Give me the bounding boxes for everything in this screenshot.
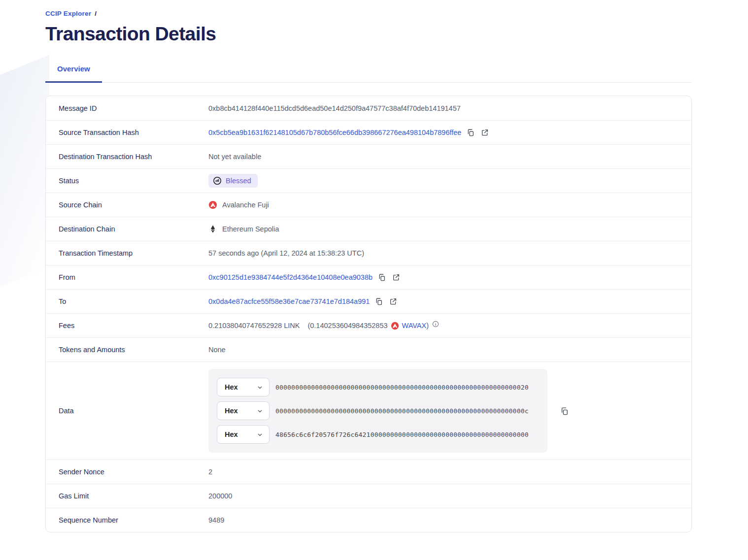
source-chain-value-wrap: Avalanche Fuji xyxy=(208,200,279,209)
dest-tx-hash-label: Destination Transaction Hash xyxy=(46,153,208,161)
row-from: From 0xc90125d1e9384744e5f2d4364e10408e0… xyxy=(46,265,691,289)
fees-amount: 0.21038040747652928 LINK xyxy=(208,322,300,329)
dest-chain-label: Destination Chain xyxy=(46,225,208,233)
tokens-amounts-value: None xyxy=(208,346,226,354)
row-gas-limit: Gas Limit 200000 xyxy=(46,484,691,508)
fees-converted: (0.140253604984352853 xyxy=(307,322,387,329)
row-source-chain: Source Chain Avalanche Fuji xyxy=(46,193,691,217)
status-badge-text: Blessed xyxy=(226,177,251,185)
data-format-select-value: Hex xyxy=(225,383,238,391)
data-label: Data xyxy=(46,407,208,415)
fees-token-wrap: WAVAX) xyxy=(402,322,429,329)
row-fees: Fees 0.21038040747652928 LINK (0.1402536… xyxy=(46,313,691,337)
dest-tx-hash-value-wrap: Not yet available xyxy=(208,153,271,161)
gas-limit-value: 200000 xyxy=(208,492,232,500)
row-message-id: Message ID 0xb8cb414128f440e115dcd5d6ead… xyxy=(46,96,691,120)
gas-limit-label: Gas Limit xyxy=(46,492,208,500)
breadcrumb-ccip-explorer-link[interactable]: CCIP Explorer xyxy=(45,10,91,17)
info-icon[interactable] xyxy=(432,321,439,328)
row-tokens-amounts: Tokens and Amounts None xyxy=(46,337,691,362)
sequence-number-label: Sequence Number xyxy=(46,516,208,524)
dest-chain-value: Ethereum Sepolia xyxy=(208,225,279,233)
source-chain-value: Avalanche Fuji xyxy=(208,200,269,209)
avalanche-icon xyxy=(208,200,217,209)
source-tx-hash-link[interactable]: 0x5cb5ea9b1631f62148105d67b780b56fce66db… xyxy=(208,129,461,136)
wavax-token-link[interactable]: WAVAX xyxy=(402,322,427,329)
row-to: To 0x0da4e87acfce55f58e36e7cae73741e7d18… xyxy=(46,289,691,313)
fees-label: Fees xyxy=(46,322,208,329)
external-link-icon[interactable] xyxy=(391,272,401,282)
from-address-link[interactable]: 0xc90125d1e9384744e5f2d4364e10408e0ea903… xyxy=(208,273,373,281)
source-chain-name: Avalanche Fuji xyxy=(222,201,269,209)
sender-nonce-label: Sender Nonce xyxy=(46,468,208,476)
tab-bar: Overview xyxy=(45,65,692,83)
source-chain-label: Source Chain xyxy=(46,201,208,209)
fees-value: 0.21038040747652928 LINK (0.140253604984… xyxy=(208,322,439,330)
row-status: Status Blessed xyxy=(46,168,691,193)
status-badge: Blessed xyxy=(208,174,258,188)
breadcrumb-separator: / xyxy=(95,10,97,17)
copy-icon[interactable] xyxy=(559,406,569,416)
tokens-amounts-value-wrap: None xyxy=(208,346,236,354)
chevron-down-icon xyxy=(256,384,263,391)
sender-nonce-value-wrap: 2 xyxy=(208,468,222,476)
data-format-select[interactable]: Hex xyxy=(217,401,270,420)
dest-chain-name: Ethereum Sepolia xyxy=(222,225,279,233)
to-value-wrap: 0x0da4e87acfce55f58e36e7cae73741e7d184a9… xyxy=(208,296,408,306)
row-dest-chain: Destination Chain Ethereum Sepolia xyxy=(46,217,691,241)
data-line: Hex 000000000000000000000000000000000000… xyxy=(217,401,547,420)
row-sender-nonce: Sender Nonce 2 xyxy=(46,460,691,484)
data-format-select-value: Hex xyxy=(225,407,238,415)
ethereum-icon xyxy=(208,225,217,233)
to-address-link[interactable]: 0x0da4e87acfce55f58e36e7cae73741e7d184a9… xyxy=(208,297,370,305)
background-decoration xyxy=(0,55,49,295)
sender-nonce-value: 2 xyxy=(208,468,212,476)
data-hex-line: 0000000000000000000000000000000000000000… xyxy=(275,384,529,391)
transaction-details-card: Message ID 0xb8cb414128f440e115dcd5d6ead… xyxy=(45,96,692,532)
row-dest-tx-hash: Destination Transaction Hash Not yet ava… xyxy=(46,144,691,168)
fees-close-paren: ) xyxy=(426,322,429,329)
data-format-select-value: Hex xyxy=(225,430,238,438)
row-source-tx-hash: Source Transaction Hash 0x5cb5ea9b1631f6… xyxy=(46,120,691,144)
data-hex-line: 48656c6c6f20576f726c64210000000000000000… xyxy=(275,431,529,438)
from-label: From xyxy=(46,273,208,281)
timestamp-label: Transaction Timestamp xyxy=(46,249,208,257)
gas-limit-value-wrap: 200000 xyxy=(208,492,242,500)
timestamp-value: 57 seconds ago (April 12, 2024 at 15:38:… xyxy=(208,249,364,257)
source-tx-hash-label: Source Transaction Hash xyxy=(46,129,208,136)
page-content: CCIP Explorer/ Transaction Details Overv… xyxy=(45,10,692,532)
copy-icon[interactable] xyxy=(466,128,476,137)
data-format-select[interactable]: Hex xyxy=(217,378,270,396)
chevron-down-icon xyxy=(256,407,263,414)
sequence-number-value-wrap: 9489 xyxy=(208,516,234,524)
tokens-amounts-label: Tokens and Amounts xyxy=(46,346,208,354)
copy-icon[interactable] xyxy=(377,272,387,282)
blessed-signal-icon xyxy=(213,176,222,185)
row-sequence-number: Sequence Number 9489 xyxy=(46,508,691,532)
source-tx-hash-value-wrap: 0x5cb5ea9b1631f62148105d67b780b56fce66db… xyxy=(208,128,500,137)
timestamp-value-wrap: 57 seconds ago (April 12, 2024 at 15:38:… xyxy=(208,249,374,257)
data-line: Hex 000000000000000000000000000000000000… xyxy=(217,378,547,396)
data-line: Hex 48656c6c6f20576f726c6421000000000000… xyxy=(217,425,547,444)
dest-chain-value-wrap: Ethereum Sepolia xyxy=(208,225,289,233)
fees-value-wrap: 0.21038040747652928 LINK (0.140253604984… xyxy=(208,322,449,330)
data-value-wrap: Hex 000000000000000000000000000000000000… xyxy=(208,369,579,453)
chevron-down-icon xyxy=(256,431,263,438)
copy-icon[interactable] xyxy=(374,296,384,306)
row-data: Data Hex 0000000000000000000000000000000… xyxy=(46,362,691,460)
status-value-wrap: Blessed xyxy=(208,174,268,188)
data-format-select[interactable]: Hex xyxy=(217,425,270,444)
page-title: Transaction Details xyxy=(45,23,692,45)
message-id-value: 0xb8cb414128f440e115dcd5d6ead50e14d250f9… xyxy=(208,104,461,112)
tab-overview[interactable]: Overview xyxy=(45,65,102,83)
data-hex-line: 0000000000000000000000000000000000000000… xyxy=(275,407,529,415)
data-hex-panel: Hex 000000000000000000000000000000000000… xyxy=(208,369,547,453)
external-link-icon[interactable] xyxy=(480,128,490,137)
status-label: Status xyxy=(46,177,208,185)
message-id-value-wrap: 0xb8cb414128f440e115dcd5d6ead50e14d250f9… xyxy=(208,104,471,112)
row-timestamp: Transaction Timestamp 57 seconds ago (Ap… xyxy=(46,241,691,265)
external-link-icon[interactable] xyxy=(388,296,398,306)
message-id-label: Message ID xyxy=(46,104,208,112)
from-value-wrap: 0xc90125d1e9384744e5f2d4364e10408e0ea903… xyxy=(208,272,411,282)
to-label: To xyxy=(46,297,208,305)
